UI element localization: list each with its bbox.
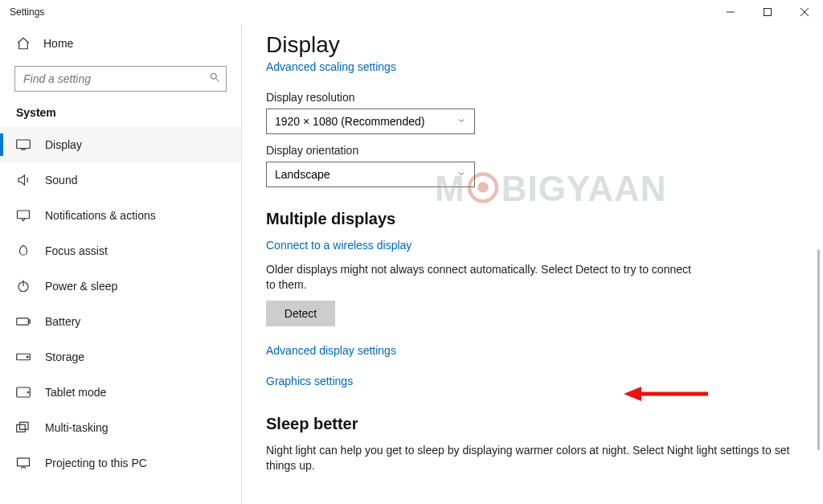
svg-marker-21 [624,387,641,401]
projecting-icon [16,456,31,470]
svg-rect-17 [17,424,26,432]
window-controls [712,0,823,24]
close-button[interactable] [786,0,823,24]
older-displays-text: Older displays might not always connect … [266,262,700,293]
sidebar-item-display[interactable]: Display [0,127,241,162]
chevron-down-icon [457,115,466,128]
sidebar-item-label: Notifications & actions [45,209,156,222]
display-icon [16,137,31,152]
sidebar-item-sound[interactable]: Sound [0,162,241,198]
multiple-displays-heading: Multiple displays [266,210,805,228]
chevron-down-icon [457,168,466,181]
sidebar: Home System Display [0,24,241,504]
sidebar-item-label: Storage [45,350,84,363]
content-area: M⦿BIGYAAN Display Advanced scaling setti… [242,24,823,504]
window-title: Settings [10,6,44,18]
sidebar-item-label: Battery [45,315,80,328]
sidebar-item-label: Tablet mode [45,386,106,399]
sidebar-item-projecting[interactable]: Projecting to this PC [0,445,241,481]
titlebar: Settings [0,0,823,24]
focus-assist-icon [16,244,31,258]
sidebar-item-focus-assist[interactable]: Focus assist [0,233,241,268]
sleep-better-text: Night light can help you get to sleep by… [266,443,796,473]
svg-line-5 [216,79,219,82]
notifications-icon [16,208,31,223]
storage-icon [16,350,31,364]
advanced-display-settings-link[interactable]: Advanced display settings [266,344,805,357]
svg-rect-1 [764,9,772,16]
sidebar-nav: Display Sound Notifications & actions [0,127,241,481]
sidebar-item-multitasking[interactable]: Multi-tasking [0,410,241,445]
svg-rect-19 [18,458,30,466]
resolution-label: Display resolution [266,91,805,104]
maximize-button[interactable] [749,0,786,24]
svg-point-14 [27,356,28,358]
sleep-better-heading: Sleep better [266,415,805,433]
home-icon [16,36,31,51]
orientation-value: Landscape [275,168,330,181]
detect-button[interactable]: Detect [266,301,335,326]
home-button[interactable]: Home [0,27,241,59]
power-icon [16,279,31,293]
battery-icon [16,314,31,329]
svg-rect-18 [20,422,29,429]
sidebar-item-battery[interactable]: Battery [0,304,241,339]
tablet-icon [16,385,31,400]
search-box[interactable] [14,66,227,92]
sidebar-item-notifications[interactable]: Notifications & actions [0,198,241,233]
page-title: Display [266,32,805,58]
advanced-scaling-link[interactable]: Advanced scaling settings [266,60,396,73]
sidebar-item-label: Multi-tasking [45,421,109,434]
sidebar-item-power-sleep[interactable]: Power & sleep [0,268,241,304]
search-input[interactable] [14,66,227,92]
settings-window: Settings Home [0,0,823,504]
search-icon [209,72,220,86]
sidebar-item-label: Display [45,138,82,151]
svg-rect-11 [17,318,29,325]
sidebar-item-label: Projecting to this PC [45,457,147,469]
orientation-select[interactable]: Landscape [266,162,475,187]
orientation-label: Display orientation [266,144,805,157]
connect-wireless-link[interactable]: Connect to a wireless display [266,239,412,252]
sidebar-item-label: Focus assist [45,244,108,257]
graphics-settings-link[interactable]: Graphics settings [266,375,805,387]
resolution-select[interactable]: 1920 × 1080 (Recommended) [266,109,475,134]
svg-point-4 [211,73,216,79]
sidebar-section-title: System [0,103,241,127]
sidebar-item-tablet-mode[interactable]: Tablet mode [0,375,241,410]
svg-point-16 [27,391,28,392]
minimize-button[interactable] [712,0,749,24]
multitasking-icon [16,420,31,435]
svg-rect-8 [18,211,30,219]
resolution-value: 1920 × 1080 (Recommended) [275,115,424,128]
home-label: Home [43,37,73,50]
svg-rect-6 [17,140,31,149]
scrollbar[interactable] [817,249,820,450]
svg-rect-12 [29,320,30,323]
sidebar-item-label: Sound [45,174,77,186]
sidebar-item-label: Power & sleep [45,280,117,293]
sidebar-item-storage[interactable]: Storage [0,339,241,375]
sound-icon [16,173,31,187]
